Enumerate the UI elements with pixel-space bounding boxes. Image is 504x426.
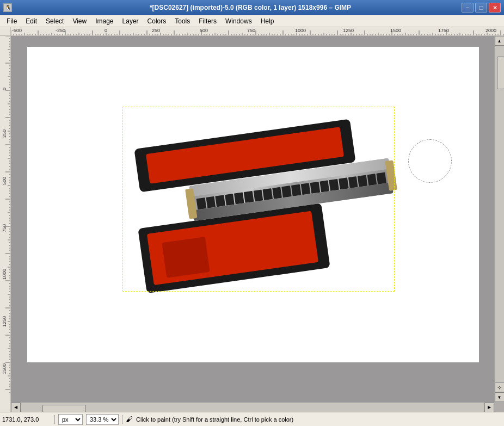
status-message: Click to paint (try Shift for a straight… xyxy=(136,416,502,423)
menu-item-view[interactable]: View xyxy=(68,16,91,26)
ruler-corner xyxy=(0,27,11,36)
harmonica-scene xyxy=(131,128,397,297)
scroll-up-button[interactable]: ▲ xyxy=(495,36,505,46)
harmonica-hole xyxy=(319,180,329,192)
scroll-left-button[interactable]: ◀ xyxy=(11,403,21,412)
menu-item-select[interactable]: Select xyxy=(41,16,68,26)
zoom-selector[interactable]: 33.3 % 50 % 100 % xyxy=(86,414,119,425)
harmonica-hole xyxy=(216,195,225,207)
harmonica-hole xyxy=(329,179,339,191)
menu-item-tools[interactable]: Tools xyxy=(170,16,194,26)
ruler-horizontal xyxy=(11,27,504,36)
maximize-button[interactable]: □ xyxy=(475,3,487,13)
case-bottom-inner xyxy=(147,211,318,286)
menu-item-image[interactable]: Image xyxy=(91,16,118,26)
harmonica-hole xyxy=(339,178,348,190)
main-container: ▲ ⊹ ▼ ◀ ▶ xyxy=(0,36,504,412)
harmonica-hole xyxy=(300,183,310,195)
harmonica-hole xyxy=(196,197,206,209)
scroll-track-v[interactable] xyxy=(495,46,504,382)
status-divider-2 xyxy=(122,415,122,424)
ruler-vertical xyxy=(0,36,11,412)
harmonica-hole xyxy=(263,188,273,200)
scroll-down-button[interactable]: ▼ xyxy=(495,392,505,402)
menu-item-layer[interactable]: Layer xyxy=(118,16,143,26)
menu-item-help[interactable]: Help xyxy=(256,16,279,26)
harmonica-hole xyxy=(225,194,235,206)
window-controls: − □ ✕ xyxy=(462,3,501,13)
menu-item-filters[interactable]: Filters xyxy=(194,16,221,26)
unit-selector[interactable]: px mm in xyxy=(58,414,83,425)
case-bottom xyxy=(138,203,330,293)
horizontal-ruler-canvas xyxy=(11,27,504,36)
vertical-ruler-canvas xyxy=(0,36,11,395)
harmonica-hole xyxy=(291,184,301,196)
harmonica-hole xyxy=(234,192,244,204)
close-button[interactable]: ✕ xyxy=(489,3,501,13)
harmonica-hole xyxy=(253,190,263,202)
harmonica-hole xyxy=(358,175,367,187)
harmonica-hole xyxy=(244,191,254,203)
app-icon: 🐧 xyxy=(3,3,12,12)
ellipse-selection xyxy=(408,139,452,183)
cursor-coordinates: 1731.0, 273.0 xyxy=(2,416,51,423)
canvas-area[interactable]: ▲ ⊹ ▼ ◀ ▶ xyxy=(11,36,504,412)
title-bar: 🐧 *[DSC02627] (imported)-5.0 (RGB color,… xyxy=(0,0,504,15)
harmonica-hole xyxy=(310,182,320,194)
scroll-thumb-h[interactable] xyxy=(42,405,86,412)
scroll-resize-corner[interactable]: ⊹ xyxy=(495,382,505,392)
harmonica-hole xyxy=(377,172,386,184)
paint-cursor-icon: 🖌 xyxy=(126,415,133,423)
image-canvas xyxy=(27,47,479,362)
harmonica-hole xyxy=(348,176,358,188)
harmonica-hole xyxy=(272,187,282,199)
ruler-row xyxy=(0,27,504,36)
horizontal-scrollbar[interactable]: ◀ ▶ xyxy=(11,402,494,412)
status-bar: 1731.0, 273.0 px mm in 33.3 % 50 % 100 %… xyxy=(0,412,504,426)
case-slot xyxy=(162,237,210,278)
scroll-right-button[interactable]: ▶ xyxy=(484,403,494,412)
window-title: *[DSC02627] (imported)-5.0 (RGB color, 1… xyxy=(39,4,462,11)
menu-item-colors[interactable]: Colors xyxy=(143,16,171,26)
harmonica-hole xyxy=(206,196,216,208)
menu-item-file[interactable]: File xyxy=(2,16,21,26)
menu-bar: FileEditSelectViewImageLayerColorsToolsF… xyxy=(0,15,504,27)
canvas-background xyxy=(11,36,494,402)
minimize-button[interactable]: − xyxy=(462,3,474,13)
scroll-track-h[interactable] xyxy=(21,403,484,412)
menu-item-windows[interactable]: Windows xyxy=(221,16,256,26)
harmonica-hole xyxy=(367,174,377,186)
vertical-scrollbar[interactable]: ▲ ⊹ ▼ xyxy=(494,36,504,402)
menu-item-edit[interactable]: Edit xyxy=(21,16,41,26)
harmonica-hole xyxy=(281,186,291,197)
status-divider xyxy=(54,415,55,424)
scroll-thumb-v[interactable] xyxy=(497,57,504,89)
